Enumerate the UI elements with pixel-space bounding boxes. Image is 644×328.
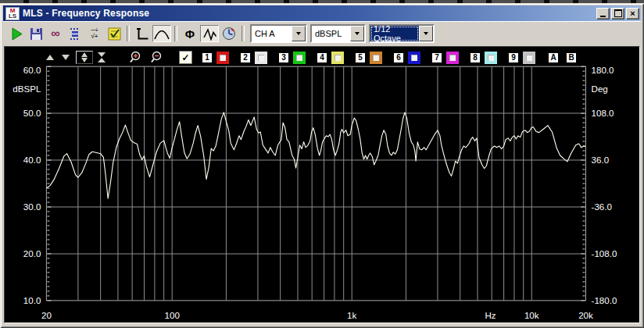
frequency-response-plot: 60.050.040.030.020.010.0dBSPL180.0108.03…: [5, 47, 639, 323]
chevron-down-icon: [424, 32, 428, 35]
svg-text:Deg: Deg: [592, 84, 608, 94]
run-measurement-button[interactable]: [7, 25, 26, 42]
curve-1-button[interactable]: 1: [202, 52, 213, 63]
scale-down-button[interactable]: [62, 55, 70, 60]
graph-controls-row: ✓ 123456789 A B: [46, 51, 577, 64]
decay-icon: [202, 27, 217, 41]
save-icon: [30, 27, 43, 41]
post-processing-button[interactable]: −÷√+: [85, 25, 104, 42]
check-icon: ✓: [181, 52, 189, 63]
phase-icon: Φ: [185, 27, 195, 41]
curve-slots: 123456789: [202, 52, 535, 64]
expand-icon: [81, 52, 88, 57]
minimize-button[interactable]: [596, 8, 610, 20]
infinity-loop-icon: ∞: [51, 28, 59, 39]
chevron-down-icon: [296, 32, 301, 35]
svg-text:40.0: 40.0: [23, 155, 41, 165]
screen: MLS MLS - Frequency Response × ∞: [0, 0, 644, 328]
signal-settings-button[interactable]: [66, 25, 84, 42]
window-title: MLS - Frequency Response: [23, 8, 596, 19]
toolbar-separator: [242, 26, 245, 41]
loop-button[interactable]: ∞: [46, 25, 65, 42]
curve-5-button[interactable]: 5: [355, 52, 366, 63]
curve-7-button[interactable]: 7: [431, 52, 442, 63]
unit-select[interactable]: dBSPL: [310, 24, 366, 43]
mls-window: MLS MLS - Frequency Response × ∞: [0, 3, 644, 328]
svg-text:20k: 20k: [578, 311, 593, 320]
svg-text:-180.0: -180.0: [592, 296, 617, 305]
curve-4-button[interactable]: 4: [317, 52, 327, 63]
chart-area: ✓ 123456789 A B 60.050.040.030.020.010.0…: [5, 47, 639, 323]
close-button[interactable]: ×: [626, 8, 639, 20]
expand-scale-button[interactable]: [76, 51, 93, 64]
maximize-button[interactable]: [611, 8, 624, 20]
svg-text:10k: 10k: [524, 311, 539, 320]
smoothing-select-value: 1/12 Octave: [370, 26, 419, 41]
svg-text:1k: 1k: [347, 311, 356, 320]
zoom-out-button[interactable]: [150, 51, 163, 64]
curve-6-button[interactable]: 6: [393, 52, 404, 63]
maximize-icon: [614, 9, 622, 17]
curve-6-color-checkbox[interactable]: [408, 52, 420, 64]
svg-text:20: 20: [41, 311, 52, 320]
overlay-b-button[interactable]: B: [566, 52, 577, 63]
play-icon: [10, 27, 23, 41]
impulse-response-icon: [135, 27, 149, 41]
chevron-down-icon: [355, 32, 360, 35]
settings-button[interactable]: [105, 25, 123, 42]
svg-text:Hz: Hz: [485, 311, 496, 320]
unit-select-value: dBSPL: [312, 26, 350, 41]
impulse-view-button[interactable]: [133, 25, 152, 42]
curve-3-button[interactable]: 3: [278, 52, 289, 63]
svg-text:108.0: 108.0: [592, 109, 614, 118]
frequency-response-icon: [154, 27, 170, 41]
settings-checklist-icon: [108, 27, 121, 41]
channel-select-arrow[interactable]: [292, 26, 306, 41]
curve-7-color-checkbox[interactable]: [446, 52, 459, 64]
unit-select-arrow[interactable]: [350, 26, 364, 41]
svg-text:20.0: 20.0: [23, 249, 41, 258]
close-icon: ×: [630, 9, 635, 18]
svg-text:-36.0: -36.0: [592, 202, 612, 212]
curve-4-color-checkbox[interactable]: [331, 52, 344, 64]
svg-text:180.0: 180.0: [592, 66, 614, 75]
decay-view-button[interactable]: [200, 25, 219, 42]
svg-text:10.0: 10.0: [23, 296, 41, 305]
svg-text:30.0: 30.0: [23, 202, 41, 212]
curve-3-color-checkbox[interactable]: [293, 52, 306, 64]
zoom-in-button[interactable]: [129, 51, 142, 64]
curve-8-button[interactable]: 8: [470, 52, 481, 63]
main-toolbar: ∞ −÷√+: [3, 21, 641, 45]
toolbar-separator: [127, 26, 130, 41]
save-button[interactable]: [27, 25, 45, 42]
titlebar[interactable]: MLS MLS - Frequency Response ×: [3, 5, 641, 21]
overlay-a-button[interactable]: A: [548, 52, 559, 63]
smoothing-select[interactable]: 1/12 Octave: [369, 24, 435, 43]
expand-icon: [81, 58, 88, 62]
smoothing-select-arrow[interactable]: [419, 26, 433, 41]
curve-9-button[interactable]: 9: [508, 52, 519, 63]
compress-icon: [98, 52, 106, 57]
phase-view-button[interactable]: Φ: [181, 25, 199, 42]
math-operations-icon: −÷√+: [91, 27, 98, 40]
curve-5-color-checkbox[interactable]: [370, 52, 382, 64]
svg-text:100: 100: [165, 311, 180, 320]
curve-1-color-checkbox[interactable]: [216, 52, 229, 64]
svg-text:36.0: 36.0: [592, 155, 610, 165]
curve-9-color-checkbox[interactable]: [523, 52, 535, 64]
curve-8-color-checkbox[interactable]: [485, 52, 497, 64]
active-curve-checkbox[interactable]: ✓: [179, 51, 192, 64]
meter-clock-icon: [222, 27, 236, 41]
svg-text:dBSPL: dBSPL: [13, 84, 41, 94]
channel-select[interactable]: CH A: [250, 24, 307, 43]
scale-up-button[interactable]: [46, 55, 54, 60]
frequency-view-button[interactable]: [152, 25, 171, 42]
toolbar-separator: [174, 26, 177, 41]
channel-select-value: CH A: [252, 26, 292, 41]
curve-2-color-checkbox[interactable]: [255, 52, 267, 64]
meter-button[interactable]: [220, 25, 238, 42]
mls-signal-icon: [69, 27, 81, 41]
curve-2-button[interactable]: 2: [240, 52, 251, 63]
compress-scale-button[interactable]: [98, 52, 106, 62]
minimize-icon: [600, 16, 606, 17]
